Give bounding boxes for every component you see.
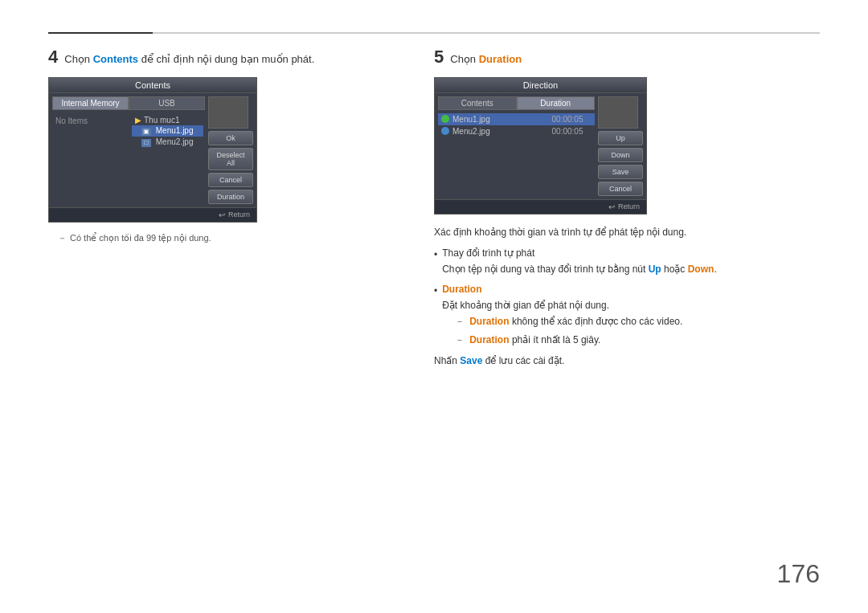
right-body-text: Xác định khoảng thời gian và trình tự để… <box>434 224 820 370</box>
body-line1: Xác định khoảng thời gian và trình tự để… <box>434 224 820 240</box>
save-button[interactable]: Save <box>598 165 643 179</box>
down-hl: Down <box>688 264 714 275</box>
tree-folder-item[interactable]: ▶Thu muc1 <box>132 115 203 125</box>
return-label: Return <box>228 210 250 219</box>
step4-text: Chọn Contents để chỉ định nội dung bạn m… <box>64 48 314 67</box>
green-icon <box>441 115 449 123</box>
dir-item-name-2: Menu2.jpg <box>452 127 543 136</box>
dir-item-menu1[interactable]: Menu1.jpg 00:00:05 <box>438 113 595 125</box>
bullet-2-content: Duration Đặt khoảng thời gian để phát nộ… <box>442 281 682 350</box>
file-icon-menu2: □ <box>141 137 156 146</box>
bullet-1-sub: Chọn tệp nội dung và thay đổi trình tự b… <box>442 261 717 277</box>
dir-cancel-button[interactable]: Cancel <box>598 182 643 196</box>
tree-file-menu1[interactable]: ▣ Menu1.jpg <box>132 125 203 137</box>
step4-header: 4 Chọn Contents để chỉ định nội dung bạn… <box>48 48 418 67</box>
duration-hl3: Duration <box>469 316 509 327</box>
dir-tab-duration[interactable]: Duration <box>517 96 596 110</box>
duration-hl4: Duration <box>469 334 509 345</box>
bullet-dot-2: • <box>434 283 437 299</box>
deselect-all-button[interactable]: Deselect All <box>208 148 253 170</box>
contents-tree-panel: No Items <box>52 113 127 149</box>
bullet-2-sub1: Đặt khoảng thời gian để phát nội dung. <box>442 297 682 313</box>
save-hl: Save <box>460 355 482 366</box>
contents-file-tree: ▶Thu muc1 ▣ Menu1.jpg □ Menu2.jpg <box>130 113 205 149</box>
file-icon-menu1: ▣ <box>141 126 156 135</box>
dir-item-time-1: 00:00:05 <box>543 115 592 124</box>
contents-dialog: Contents Internal Memory USB No Items ▶T… <box>48 77 257 223</box>
dir-item-menu2[interactable]: Menu2.jpg 00:00:05 <box>438 125 595 137</box>
contents-dialog-right: Ok Deselect All Cancel Duration <box>208 96 253 204</box>
contents-highlight: Contents <box>93 53 138 65</box>
bullet-2: • Duration Đặt khoảng thời gian để phát … <box>434 281 820 350</box>
direction-dialog-body: Contents Duration Menu1.jpg 00:00:05 Men… <box>435 93 646 199</box>
left-column: 4 Chọn Contents để chỉ định nội dung bạn… <box>48 48 418 244</box>
blue-icon <box>441 127 449 135</box>
direction-dialog-title: Direction <box>435 78 646 93</box>
ok-button[interactable]: Ok <box>208 131 253 145</box>
dir-item-name-1: Menu1.jpg <box>452 115 543 124</box>
top-line-gray <box>48 32 820 34</box>
img-icon: ▣ <box>141 128 151 136</box>
contents-dialog-title: Contents <box>49 78 256 93</box>
up-button[interactable]: Up <box>598 131 643 145</box>
dir-tab-contents[interactable]: Contents <box>438 96 517 110</box>
bullet-1-title: Thay đổi trình tự phát <box>442 245 717 261</box>
sub-dash-1: － <box>455 313 465 329</box>
right-column: 5 Chọn Duration Direction Contents Durat… <box>434 48 820 370</box>
page-number: 176 <box>777 559 820 589</box>
cancel-button[interactable]: Cancel <box>208 173 253 187</box>
down-button[interactable]: Down <box>598 148 643 162</box>
img-icon2: □ <box>141 139 151 147</box>
bullet-2-sub2: － Duration không thể xác định được cho c… <box>455 313 682 329</box>
step5-number: 5 <box>434 48 444 66</box>
bullet-1-content: Thay đổi trình tự phát Chọn tệp nội dung… <box>442 245 717 278</box>
direction-thumbnail <box>598 96 638 129</box>
contents-tabs: Internal Memory USB <box>52 96 205 110</box>
sub2-text: Duration không thể xác định được cho các… <box>469 313 682 329</box>
tab-internal-memory[interactable]: Internal Memory <box>52 96 129 110</box>
sub3-text: Duration phải ít nhất là 5 giây. <box>469 332 600 348</box>
contents-file-panel: ▶Thu muc1 ▣ Menu1.jpg □ Menu2.jpg <box>130 113 205 149</box>
dir-item-time-2: 00:00:05 <box>543 127 592 136</box>
folder-icon: ▶ <box>135 116 141 125</box>
duration-hl2: Duration <box>442 284 481 295</box>
dir-return-icon: ↩ <box>608 202 615 211</box>
direction-dialog: Direction Contents Duration Menu1.jpg 00… <box>434 77 647 215</box>
tab-usb[interactable]: USB <box>129 96 205 110</box>
left-note: Có thể chọn tối đa 99 tệp nội dung. <box>48 232 418 244</box>
dir-return-label: Return <box>618 202 640 210</box>
up-hl: Up <box>649 264 661 275</box>
top-line-accent <box>48 32 153 34</box>
direction-dialog-right: Up Down Save Cancel <box>598 96 643 196</box>
save-line: Nhấn Save để lưu các cài đặt. <box>434 353 820 369</box>
duration-highlight: Duration <box>479 53 522 65</box>
no-items-label: No Items <box>52 113 127 129</box>
direction-dialog-footer: ↩ Return <box>435 199 646 214</box>
return-icon: ↩ <box>219 210 225 219</box>
bullet-2-sub3: － Duration phải ít nhất là 5 giây. <box>455 332 682 348</box>
direction-tabs: Contents Duration <box>438 96 595 110</box>
step4-number: 4 <box>48 48 58 66</box>
thumbnail-preview <box>208 96 248 129</box>
step5-text: Chọn Duration <box>450 48 522 67</box>
duration-button[interactable]: Duration <box>208 190 253 204</box>
sub-dash-2: － <box>455 332 465 348</box>
bullet-dot-1: • <box>434 247 437 263</box>
contents-dialog-left: Internal Memory USB No Items ▶Thu muc1 <box>52 96 205 204</box>
step5-header: 5 Chọn Duration <box>434 48 820 67</box>
direction-list: Menu1.jpg 00:00:05 Menu2.jpg 00:00:05 <box>438 113 595 137</box>
direction-dialog-left: Contents Duration Menu1.jpg 00:00:05 Men… <box>438 96 595 196</box>
contents-dialog-footer: ↩ Return <box>49 207 256 222</box>
contents-dialog-body: Internal Memory USB No Items ▶Thu muc1 <box>49 93 256 207</box>
bullet-1: • Thay đổi trình tự phát Chọn tệp nội du… <box>434 245 820 278</box>
bullet-2-title: Duration <box>442 281 682 297</box>
tree-file-menu2[interactable]: □ Menu2.jpg <box>132 137 203 148</box>
